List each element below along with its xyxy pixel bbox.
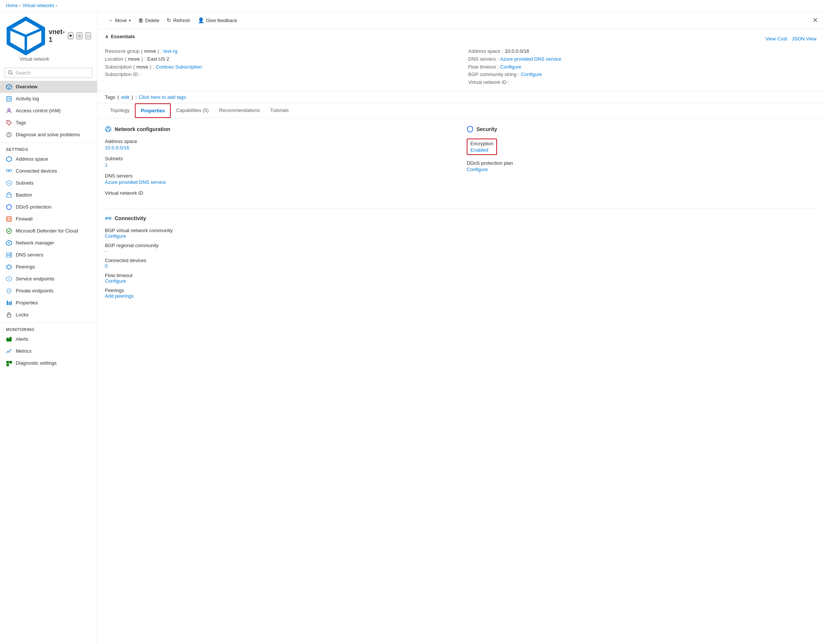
sidebar-item-peerings-label: Peerings	[16, 264, 35, 270]
flow-timeout-value-link[interactable]: Configure	[500, 64, 521, 70]
private-endpoints-icon	[6, 288, 12, 294]
bgp-community-value-link[interactable]: Configure	[521, 72, 542, 77]
prop-dns-servers-link[interactable]: Azure provided DNS service	[105, 179, 166, 185]
sidebar-item-defender[interactable]: Microsoft Defender for Cloud	[0, 225, 97, 237]
sidebar-item-service-endpoints[interactable]: Service endpoints	[0, 273, 97, 285]
sidebar-item-properties[interactable]: Properties	[0, 297, 97, 309]
sidebar-item-diagnose-label: Diagnose and solve problems	[16, 132, 80, 137]
network-config-section: Network configuration Address space 10.0…	[105, 126, 455, 201]
sidebar-item-subnets[interactable]: Subnets	[0, 177, 97, 189]
delete-label: Delete	[145, 18, 160, 23]
delete-button[interactable]: 🗑 Delete	[135, 15, 163, 25]
view-cost-link[interactable]: View Cost	[765, 36, 787, 41]
sidebar-item-address-space-label: Address space	[16, 156, 48, 162]
sidebar-item-diagnose[interactable]: Diagnose and solve problems	[0, 129, 97, 141]
search-input[interactable]	[5, 68, 92, 78]
sidebar-item-activity-label: Activity log	[16, 96, 39, 101]
feedback-label: Give feedback	[206, 18, 237, 23]
svg-point-27	[8, 242, 10, 244]
properties-icon	[6, 300, 12, 306]
svg-rect-22	[7, 194, 11, 197]
svg-point-55	[109, 217, 111, 219]
svg-point-15	[9, 135, 9, 136]
more-button[interactable]: ···	[85, 32, 91, 39]
sidebar-item-metrics[interactable]: Metrics	[0, 345, 97, 357]
sidebar-item-locks[interactable]: Locks	[0, 309, 97, 321]
sidebar-item-connected-devices[interactable]: Connected devices	[0, 165, 97, 177]
tags-icon	[6, 120, 12, 126]
connectivity-grid: BGP virtual network community Configure …	[105, 227, 816, 303]
breadcrumb-section[interactable]: Virtual networks	[23, 3, 54, 8]
ddos-configure-link[interactable]: Configure	[467, 167, 488, 172]
svg-point-50	[106, 129, 108, 130]
svg-rect-41	[7, 315, 11, 317]
tags-edit-link[interactable]: edit	[121, 94, 129, 100]
tab-properties[interactable]: Properties	[135, 103, 171, 118]
tags-add-link[interactable]: Click here to add tags	[139, 94, 186, 100]
main-content: ✕ → Move ▾ 🗑 Delete ↻ Refresh 👤 Give fee…	[97, 12, 824, 644]
conn-bgp-community-link[interactable]: Configure	[105, 233, 126, 239]
conn-flow-timeout-link[interactable]: Configure	[105, 278, 126, 284]
tab-recommendations[interactable]: Recommendations	[214, 104, 265, 118]
svg-rect-39	[9, 302, 10, 305]
pin-button[interactable]: ✦	[68, 32, 74, 39]
resource-group-move-link[interactable]: move	[144, 48, 156, 55]
flow-timeout-row: Flow timeout : Configure	[468, 63, 816, 71]
move-chevron-icon: ▾	[129, 18, 131, 23]
sidebar-item-overview[interactable]: Overview	[0, 81, 97, 93]
sidebar-item-diagnostic-label: Diagnostic settings	[16, 360, 57, 366]
tab-topology[interactable]: Topology	[105, 104, 135, 118]
refresh-button[interactable]: ↻ Refresh	[164, 15, 193, 25]
tab-capabilities[interactable]: Capabilities (5)	[171, 104, 214, 118]
sidebar-item-tags[interactable]: Tags	[0, 117, 97, 129]
svg-rect-45	[6, 361, 9, 364]
tab-tutorials[interactable]: Tutorials	[265, 104, 294, 118]
sidebar-item-private-endpoints[interactable]: Private endpoints	[0, 285, 97, 297]
sidebar-item-alerts[interactable]: Alerts	[0, 333, 97, 345]
close-button[interactable]: ✕	[812, 16, 818, 25]
sidebar-item-activity-log[interactable]: Activity log	[0, 93, 97, 105]
bgp-community-row: BGP community string : Configure	[468, 71, 816, 78]
conn-connected-devices-link[interactable]: 0	[105, 263, 108, 269]
sidebar-header: vnet-1 ✦ ☆ ··· Virtual network	[0, 12, 97, 65]
sidebar-item-network-manager-label: Network manager	[16, 240, 54, 246]
prop-subnets-link[interactable]: 1	[105, 162, 108, 168]
sidebar-item-dns-servers[interactable]: DNS servers	[0, 249, 97, 261]
sidebar-item-firewall-label: Firewall	[16, 216, 32, 222]
tabs-bar: Topology Properties Capabilities (5) Rec…	[97, 103, 824, 118]
sidebar-item-peerings[interactable]: Peerings	[0, 261, 97, 273]
location-move-link[interactable]: move	[128, 55, 140, 63]
sidebar-item-diagnostic[interactable]: Diagnostic settings	[0, 357, 97, 369]
essentials-collapse-icon[interactable]: ∧	[105, 34, 109, 39]
svg-rect-46	[9, 361, 12, 364]
overview-icon	[6, 84, 12, 90]
resource-group-value-link[interactable]: test-rg	[164, 48, 178, 54]
sidebar-item-ddos[interactable]: DDoS protection	[0, 201, 97, 213]
move-button[interactable]: → Move ▾	[105, 15, 134, 25]
sidebar-item-iam[interactable]: Access control (IAM)	[0, 105, 97, 117]
breadcrumb-home[interactable]: Home	[6, 3, 18, 8]
favorite-button[interactable]: ☆	[77, 32, 82, 39]
sidebar-item-firewall[interactable]: Firewall	[0, 213, 97, 225]
sidebar-item-address-space[interactable]: Address space	[0, 153, 97, 165]
svg-point-51	[109, 129, 111, 130]
dns-servers-value-link[interactable]: Azure provided DNS service	[500, 56, 561, 62]
svg-marker-16	[6, 157, 12, 162]
feedback-button[interactable]: 👤 Give feedback	[195, 15, 240, 25]
sidebar-item-bastion[interactable]: Bastion	[0, 189, 97, 201]
sidebar-item-locks-label: Locks	[16, 312, 28, 318]
svg-rect-17	[6, 170, 9, 172]
conn-connected-devices: Connected devices 0	[105, 258, 453, 269]
prop-address-space-link[interactable]: 10.0.0.0/16	[105, 145, 129, 151]
json-view-link[interactable]: JSON View	[792, 36, 816, 41]
sidebar-item-bastion-label: Bastion	[16, 192, 32, 198]
tags-row: Tags (edit) : Click here to add tags	[97, 91, 824, 103]
encryption-value-link[interactable]: Enabled	[470, 147, 489, 153]
sidebar-item-network-manager[interactable]: Network manager	[0, 237, 97, 249]
sidebar-item-metrics-label: Metrics	[16, 348, 31, 354]
subscription-move-link[interactable]: move	[136, 63, 148, 71]
conn-peerings-link[interactable]: Add peerings	[105, 293, 134, 299]
conn-bgp-regional-value: -	[105, 248, 453, 254]
subscription-value-link[interactable]: Contoso Subscription	[156, 64, 202, 70]
feedback-icon: 👤	[198, 17, 204, 23]
